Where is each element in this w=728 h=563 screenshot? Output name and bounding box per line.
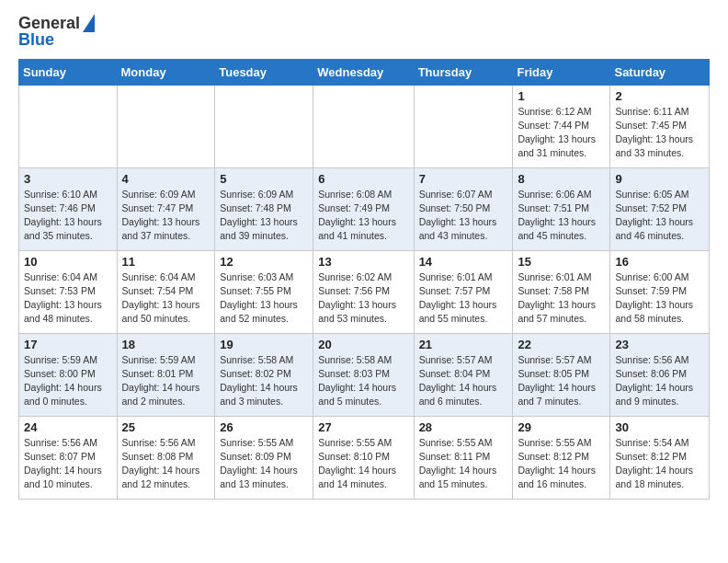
calendar-cell: [117, 85, 215, 167]
day-info: Sunrise: 6:10 AMSunset: 7:46 PMDaylight:…: [24, 188, 112, 244]
day-number: 9: [615, 172, 704, 186]
calendar-cell: 2Sunrise: 6:11 AMSunset: 7:45 PMDaylight…: [610, 85, 710, 167]
day-number: 16: [615, 255, 704, 269]
weekday-friday: Friday: [513, 59, 610, 85]
day-number: 26: [220, 420, 308, 434]
day-number: 4: [122, 172, 210, 186]
calendar-cell: 10Sunrise: 6:04 AMSunset: 7:53 PMDayligh…: [19, 250, 118, 333]
weekday-thursday: Thursday: [414, 59, 513, 85]
day-number: 6: [318, 172, 408, 186]
day-number: 28: [419, 420, 508, 434]
weekday-wednesday: Wednesday: [313, 59, 414, 85]
calendar-cell: 1Sunrise: 6:12 AMSunset: 7:44 PMDaylight…: [513, 85, 610, 167]
calendar-cell: 19Sunrise: 5:58 AMSunset: 8:02 PMDayligh…: [215, 333, 313, 416]
page: General Blue SundayMondayTuesdayWednesda…: [0, 0, 728, 518]
weekday-header-row: SundayMondayTuesdayWednesdayThursdayFrid…: [19, 59, 710, 85]
day-info: Sunrise: 6:11 AMSunset: 7:45 PMDaylight:…: [615, 105, 704, 161]
calendar-cell: 17Sunrise: 5:59 AMSunset: 8:00 PMDayligh…: [19, 333, 118, 416]
calendar-cell: 29Sunrise: 5:55 AMSunset: 8:12 PMDayligh…: [513, 416, 610, 499]
calendar: SundayMondayTuesdayWednesdayThursdayFrid…: [18, 59, 710, 500]
day-info: Sunrise: 5:58 AMSunset: 8:02 PMDaylight:…: [220, 353, 308, 409]
calendar-cell: 30Sunrise: 5:54 AMSunset: 8:12 PMDayligh…: [610, 416, 710, 499]
day-info: Sunrise: 5:54 AMSunset: 8:12 PMDaylight:…: [615, 436, 704, 492]
day-number: 7: [419, 172, 508, 186]
calendar-cell: 8Sunrise: 6:06 AMSunset: 7:51 PMDaylight…: [513, 167, 610, 250]
day-info: Sunrise: 5:56 AMSunset: 8:07 PMDaylight:…: [24, 436, 112, 492]
day-info: Sunrise: 6:04 AMSunset: 7:54 PMDaylight:…: [122, 270, 210, 327]
calendar-cell: 22Sunrise: 5:57 AMSunset: 8:05 PMDayligh…: [513, 333, 610, 416]
day-info: Sunrise: 6:04 AMSunset: 7:53 PMDaylight:…: [24, 270, 112, 327]
day-info: Sunrise: 5:55 AMSunset: 8:09 PMDaylight:…: [220, 436, 308, 492]
day-number: 19: [220, 338, 308, 351]
day-info: Sunrise: 6:08 AMSunset: 7:49 PMDaylight:…: [318, 188, 408, 244]
day-info: Sunrise: 5:59 AMSunset: 8:01 PMDaylight:…: [122, 353, 210, 409]
day-info: Sunrise: 6:03 AMSunset: 7:55 PMDaylight:…: [220, 270, 308, 327]
calendar-cell: 21Sunrise: 5:57 AMSunset: 8:04 PMDayligh…: [414, 333, 513, 416]
calendar-cell: 23Sunrise: 5:56 AMSunset: 8:06 PMDayligh…: [610, 333, 710, 416]
calendar-cell: 26Sunrise: 5:55 AMSunset: 8:09 PMDayligh…: [215, 416, 313, 499]
logo-triangle-icon: [83, 14, 95, 32]
calendar-cell: 6Sunrise: 6:08 AMSunset: 7:49 PMDaylight…: [313, 167, 414, 250]
week-row-1: 1Sunrise: 6:12 AMSunset: 7:44 PMDaylight…: [19, 85, 710, 167]
day-number: 13: [318, 255, 408, 269]
header: General Blue: [18, 15, 710, 50]
day-info: Sunrise: 5:55 AMSunset: 8:11 PMDaylight:…: [419, 436, 508, 492]
calendar-cell: [19, 85, 118, 167]
calendar-cell: 16Sunrise: 6:00 AMSunset: 7:59 PMDayligh…: [610, 250, 710, 333]
day-number: 12: [220, 255, 308, 269]
calendar-cell: 24Sunrise: 5:56 AMSunset: 8:07 PMDayligh…: [19, 416, 118, 499]
day-number: 29: [518, 420, 605, 434]
day-info: Sunrise: 6:01 AMSunset: 7:57 PMDaylight:…: [419, 270, 508, 327]
calendar-cell: 15Sunrise: 6:01 AMSunset: 7:58 PMDayligh…: [513, 250, 610, 333]
calendar-cell: [215, 85, 313, 167]
day-number: 1: [518, 89, 605, 103]
day-info: Sunrise: 5:55 AMSunset: 8:12 PMDaylight:…: [518, 436, 605, 492]
day-number: 2: [615, 89, 704, 103]
calendar-cell: 12Sunrise: 6:03 AMSunset: 7:55 PMDayligh…: [215, 250, 313, 333]
day-info: Sunrise: 6:02 AMSunset: 7:56 PMDaylight:…: [318, 270, 408, 327]
day-number: 17: [24, 338, 112, 351]
calendar-cell: 25Sunrise: 5:56 AMSunset: 8:08 PMDayligh…: [117, 416, 215, 499]
day-number: 15: [518, 255, 605, 269]
weekday-saturday: Saturday: [610, 59, 710, 85]
day-info: Sunrise: 6:00 AMSunset: 7:59 PMDaylight:…: [615, 270, 704, 327]
day-info: Sunrise: 6:05 AMSunset: 7:52 PMDaylight:…: [615, 188, 704, 244]
day-info: Sunrise: 6:07 AMSunset: 7:50 PMDaylight:…: [419, 188, 508, 244]
week-row-2: 3Sunrise: 6:10 AMSunset: 7:46 PMDaylight…: [19, 167, 710, 250]
day-info: Sunrise: 5:57 AMSunset: 8:04 PMDaylight:…: [419, 353, 508, 409]
day-number: 5: [220, 172, 308, 186]
calendar-cell: 20Sunrise: 5:58 AMSunset: 8:03 PMDayligh…: [313, 333, 414, 416]
day-number: 21: [419, 338, 508, 351]
day-info: Sunrise: 5:56 AMSunset: 8:06 PMDaylight:…: [615, 353, 704, 409]
weekday-tuesday: Tuesday: [215, 59, 313, 85]
calendar-cell: 13Sunrise: 6:02 AMSunset: 7:56 PMDayligh…: [313, 250, 414, 333]
week-row-4: 17Sunrise: 5:59 AMSunset: 8:00 PMDayligh…: [19, 333, 710, 416]
day-number: 11: [122, 255, 210, 269]
day-number: 27: [318, 420, 408, 434]
calendar-cell: 11Sunrise: 6:04 AMSunset: 7:54 PMDayligh…: [117, 250, 215, 333]
calendar-cell: 7Sunrise: 6:07 AMSunset: 7:50 PMDaylight…: [414, 167, 513, 250]
day-info: Sunrise: 5:55 AMSunset: 8:10 PMDaylight:…: [318, 436, 408, 492]
day-info: Sunrise: 6:09 AMSunset: 7:48 PMDaylight:…: [220, 188, 308, 244]
calendar-cell: 4Sunrise: 6:09 AMSunset: 7:47 PMDaylight…: [117, 167, 215, 250]
calendar-cell: [414, 85, 513, 167]
weekday-monday: Monday: [117, 59, 215, 85]
day-info: Sunrise: 6:01 AMSunset: 7:58 PMDaylight:…: [518, 270, 605, 327]
day-number: 25: [122, 420, 210, 434]
day-info: Sunrise: 5:59 AMSunset: 8:00 PMDaylight:…: [24, 353, 112, 409]
day-info: Sunrise: 5:58 AMSunset: 8:03 PMDaylight:…: [318, 353, 408, 409]
day-info: Sunrise: 6:09 AMSunset: 7:47 PMDaylight:…: [122, 188, 210, 244]
day-number: 18: [122, 338, 210, 351]
calendar-cell: 5Sunrise: 6:09 AMSunset: 7:48 PMDaylight…: [215, 167, 313, 250]
calendar-cell: 28Sunrise: 5:55 AMSunset: 8:11 PMDayligh…: [414, 416, 513, 499]
day-number: 30: [615, 420, 704, 434]
day-number: 23: [615, 338, 704, 351]
calendar-cell: [313, 85, 414, 167]
day-info: Sunrise: 6:12 AMSunset: 7:44 PMDaylight:…: [518, 105, 605, 161]
day-number: 8: [518, 172, 605, 186]
day-number: 3: [24, 172, 112, 186]
logo-blue: Blue: [18, 31, 54, 50]
day-number: 14: [419, 255, 508, 269]
day-number: 22: [518, 338, 605, 351]
day-info: Sunrise: 5:57 AMSunset: 8:05 PMDaylight:…: [518, 353, 605, 409]
